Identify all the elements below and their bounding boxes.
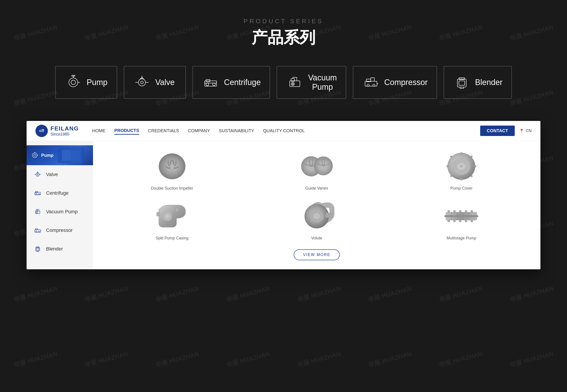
double-suction-impeller-image xyxy=(152,150,192,183)
pump-banner: Pump xyxy=(27,145,93,165)
svg-point-22 xyxy=(36,173,40,176)
product-item-volute[interactable]: Volute xyxy=(251,199,382,240)
split-pump-casing-image xyxy=(152,199,192,233)
sidebar-item-blender[interactable]: Blender xyxy=(27,240,93,258)
sidebar-item-centrifuge[interactable]: Centrifuge xyxy=(27,184,93,202)
product-item-multistage-pump[interactable]: Multistage Pump xyxy=(396,199,527,240)
category-card-valve[interactable]: Valve xyxy=(124,66,186,99)
sidebar-item-vacuum-pump[interactable]: Vacuum Pump xyxy=(27,202,93,221)
svg-point-52 xyxy=(446,165,449,168)
svg-point-51 xyxy=(460,178,462,180)
nav-quality-control[interactable]: QUALITY CONTROL xyxy=(263,127,305,134)
multistage-pump-label: Multistage Pump xyxy=(446,236,476,240)
svg-point-50 xyxy=(460,152,462,154)
watermark-item: 华展 HUAZHAN xyxy=(276,319,361,392)
svg-point-57 xyxy=(471,175,472,177)
svg-point-33 xyxy=(36,231,37,232)
sidebar-pump-label: Pump xyxy=(41,153,54,158)
nav-company[interactable]: COMPANY xyxy=(188,127,210,134)
logo-text: FEILANG Since1985 xyxy=(51,125,79,137)
logo-brand: FEILANG xyxy=(51,125,79,132)
svg-point-0 xyxy=(69,78,78,87)
guide-vanes-image xyxy=(297,150,337,183)
svg-rect-61 xyxy=(175,208,179,212)
pump-cover-label: Pump Cover xyxy=(450,186,472,191)
content-area: Pump Valve xyxy=(27,141,540,269)
category-card-compressor[interactable]: Compressor xyxy=(353,66,437,99)
category-card-pump[interactable]: Pump xyxy=(55,66,117,99)
view-more-button[interactable]: VIEW MORE xyxy=(294,249,340,260)
sidebar-centrifuge-label: Centrifuge xyxy=(46,190,69,196)
pump-card-label: Pump xyxy=(87,78,107,87)
sidebar: Pump Valve xyxy=(27,141,93,269)
logo-letters: cfl xyxy=(39,128,44,133)
sidebar-centrifuge-icon xyxy=(33,189,42,197)
pump-icon xyxy=(64,73,82,91)
lang-label: CN xyxy=(526,128,532,133)
svg-point-80 xyxy=(471,220,473,222)
category-card-vacuum-pump[interactable]: VacuumPump xyxy=(277,66,346,99)
product-item-split-pump-casing[interactable]: Split Pump Casing xyxy=(106,199,238,240)
sidebar-compressor-icon xyxy=(33,226,42,235)
nav-products[interactable]: PRODUCTS xyxy=(114,127,139,135)
svg-point-75 xyxy=(471,210,473,212)
compressor-icon xyxy=(362,73,380,91)
lang-switcher[interactable]: 📍 CN xyxy=(519,128,532,133)
guide-vanes-label: Guide Vanes xyxy=(305,186,328,191)
watermark-item: 华展 HUAZHAN xyxy=(418,319,503,392)
svg-point-3 xyxy=(138,79,146,86)
centrifuge-card-label: Centrifuge xyxy=(224,78,261,87)
svg-point-7 xyxy=(206,83,209,86)
logo-circle: cfl xyxy=(35,125,48,137)
svg-point-34 xyxy=(38,231,40,232)
top-section: PRODUCT SERIES 产品系列 Pump xyxy=(0,0,567,112)
sidebar-compressor-label: Compressor xyxy=(46,227,73,233)
sidebar-item-pump[interactable]: Pump xyxy=(27,145,93,165)
watermark-item: 华展 HUAZHAN xyxy=(64,319,149,392)
svg-point-73 xyxy=(459,210,461,212)
svg-point-4 xyxy=(141,81,143,84)
pump-cover-image xyxy=(442,150,481,183)
nav-home[interactable]: HOME xyxy=(92,127,105,134)
navigation: cfl FEILANG Since1985 HOME PRODUCTS CRED… xyxy=(27,121,540,141)
logo[interactable]: cfl FEILANG Since1985 xyxy=(35,125,79,137)
watermark-item: 华展 HUAZHAN xyxy=(0,319,78,392)
svg-point-59 xyxy=(165,214,169,218)
blender-icon xyxy=(453,73,471,91)
nav-links: HOME PRODUCTS CREDENTIALS COMPANY SUSTAI… xyxy=(92,127,480,135)
category-card-blender[interactable]: Blender xyxy=(444,66,512,99)
contact-button[interactable]: CONTACT xyxy=(480,126,515,136)
svg-point-78 xyxy=(459,220,461,222)
svg-point-65 xyxy=(313,213,320,219)
product-series-title: 产品系列 xyxy=(44,27,523,48)
bottom-space xyxy=(0,269,567,287)
svg-point-49 xyxy=(460,165,463,168)
svg-point-11 xyxy=(291,82,294,85)
svg-point-21 xyxy=(34,154,36,156)
category-card-centrifuge[interactable]: Centrifuge xyxy=(193,66,270,99)
product-item-pump-cover[interactable]: Pump Cover xyxy=(396,150,527,191)
svg-point-23 xyxy=(37,174,38,175)
svg-point-27 xyxy=(38,194,40,195)
svg-rect-25 xyxy=(35,191,38,193)
nav-right: CONTACT 📍 CN xyxy=(480,126,532,136)
sidebar-item-compressor[interactable]: Compressor xyxy=(27,221,93,240)
nav-credentials[interactable]: CREDENTIALS xyxy=(148,127,179,134)
svg-rect-37 xyxy=(36,247,39,248)
svg-point-54 xyxy=(450,156,452,157)
svg-rect-60 xyxy=(157,212,160,216)
svg-point-53 xyxy=(474,165,476,168)
double-suction-impeller-label: Double Suction Impeller xyxy=(151,186,193,191)
sidebar-item-valve[interactable]: Valve xyxy=(27,165,93,184)
multistage-pump-image xyxy=(442,199,481,233)
product-main: Double Suction Impeller xyxy=(93,141,540,269)
product-item-double-suction-impeller[interactable]: Double Suction Impeller xyxy=(106,150,238,191)
svg-point-76 xyxy=(448,220,450,222)
svg-point-56 xyxy=(450,175,452,177)
svg-point-1 xyxy=(71,80,76,84)
sidebar-blender-label: Blender xyxy=(46,246,63,252)
product-item-guide-vanes[interactable]: Guide Vanes xyxy=(251,150,382,191)
nav-sustainability[interactable]: SUSTAINABILITY xyxy=(219,127,254,134)
product-series-subtitle: PRODUCT SERIES xyxy=(44,18,523,25)
sidebar-valve-label: Valve xyxy=(46,172,58,177)
